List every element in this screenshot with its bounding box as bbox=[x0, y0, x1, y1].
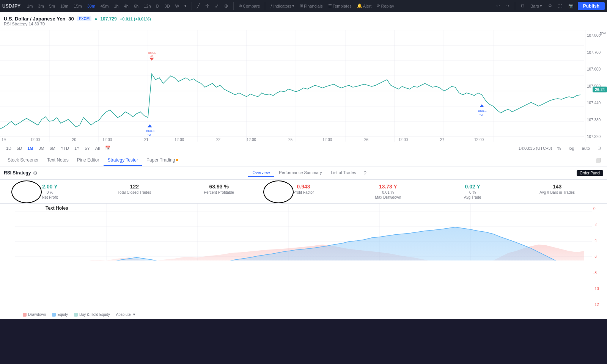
chart-title-row: U.S. Dollar / Japanese Yen 30 FXCM ● 107… bbox=[4, 16, 151, 22]
time-label-1200-3: 12:00 bbox=[175, 138, 184, 142]
tf-30m[interactable]: 30m bbox=[85, 3, 97, 9]
tab-pine-editor[interactable]: Pine Editor bbox=[73, 155, 103, 166]
buy-hold-color bbox=[74, 313, 78, 317]
indicators-btn[interactable]: ƒ Indicators ▾ bbox=[268, 3, 296, 9]
metric-total-trades: 122 Total Closed Trades bbox=[92, 184, 177, 195]
sell-signal-1 bbox=[149, 58, 154, 61]
undo-btn[interactable]: ↩ bbox=[494, 3, 502, 9]
time-label-25: 25 bbox=[288, 138, 292, 142]
tf-1h[interactable]: 1h bbox=[112, 3, 121, 9]
log-scale[interactable]: log bbox=[566, 145, 577, 152]
chart-price: 107.729 bbox=[100, 16, 116, 22]
fullscreen-btn[interactable]: ⛶ bbox=[556, 3, 564, 9]
legend-buy-hold: Buy & Hold Equity bbox=[74, 312, 110, 317]
chart-legend: Drawdown Equity Buy & Hold Equity Absolu… bbox=[0, 310, 607, 319]
tf-1m[interactable]: 1m bbox=[25, 3, 35, 9]
calendar-btn[interactable]: 📅 bbox=[103, 144, 113, 152]
metric-max-drawdown: 13.73 Y 0.01 % Max Drawdown bbox=[346, 184, 430, 199]
period-1d[interactable]: 1D bbox=[4, 145, 14, 152]
equity-color bbox=[52, 313, 56, 317]
top-toolbar: USDJPY 1m 3m 5m 10m 15m 30m 45m 1h 4h 6h… bbox=[0, 0, 607, 12]
equity-label: Equity bbox=[57, 312, 68, 317]
tf-5m[interactable]: 5m bbox=[47, 3, 57, 9]
plus-tool[interactable]: ⊕ bbox=[222, 2, 230, 9]
period-ytd[interactable]: YTD bbox=[58, 145, 71, 152]
percent-profitable-value: 63.93 % bbox=[177, 184, 261, 190]
bars-btn[interactable]: Bars ▾ bbox=[528, 3, 544, 9]
metric-profit-factor: 0.943 Profit Factor bbox=[261, 184, 346, 195]
avg-trade-value: 0.02 Y bbox=[430, 184, 515, 190]
tf-6h[interactable]: 6h bbox=[132, 3, 140, 9]
tab-text-notes[interactable]: Text Notes bbox=[43, 155, 72, 166]
panel-tabs: Stock Screener Text Notes Pine Editor St… bbox=[0, 154, 607, 166]
tf-12h[interactable]: 12h bbox=[142, 3, 153, 9]
screenshot-btn[interactable]: 📷 bbox=[566, 3, 576, 9]
strategy-tab-trades[interactable]: List of Trades bbox=[326, 169, 360, 177]
tf-4h[interactable]: 4h bbox=[122, 3, 131, 9]
legend-absolute: Absolute ▼ bbox=[116, 312, 136, 317]
svg-marker-36 bbox=[15, 227, 592, 260]
tab-paper-trading[interactable]: Paper Trading bbox=[143, 155, 182, 166]
auto-scale[interactable]: auto bbox=[580, 145, 592, 152]
tf-15m[interactable]: 15m bbox=[72, 3, 83, 9]
total-trades-value: 122 bbox=[92, 184, 177, 190]
time-label-1200-2: 12:00 bbox=[102, 138, 112, 142]
price-chart-svg: -2 RsiSE BUiLE +2 BUiLE +2 bbox=[0, 30, 584, 142]
tab-stock-screener[interactable]: Stock Screener bbox=[4, 155, 42, 166]
time-label-27: 27 bbox=[440, 138, 444, 142]
tf-3m[interactable]: 3m bbox=[36, 3, 46, 9]
avg-bars-value: 143 bbox=[515, 184, 599, 190]
chart-change: +0.011 (+0.01%) bbox=[120, 17, 151, 21]
panel-minimize[interactable]: — bbox=[582, 157, 590, 164]
period-6m[interactable]: 6M bbox=[47, 145, 58, 152]
tf-w[interactable]: W bbox=[173, 3, 181, 9]
line-tool[interactable]: ╱ bbox=[195, 2, 202, 9]
absolute-label: Absolute bbox=[116, 312, 131, 317]
profit-factor-label: Profit Factor bbox=[261, 190, 346, 195]
strategy-tab-overview[interactable]: Overview bbox=[248, 169, 275, 177]
period-5y[interactable]: 5Y bbox=[82, 145, 92, 152]
total-trades-label: Total Closed Trades bbox=[92, 190, 177, 195]
strategy-tab-performance[interactable]: Performance Summary bbox=[274, 169, 326, 177]
publish-button[interactable]: Publish bbox=[578, 2, 605, 10]
strategy-settings-icon[interactable]: ⚙ bbox=[33, 170, 38, 176]
price-scale: 107.800 107.700 107.600 107.500 107.440 … bbox=[585, 30, 607, 142]
time-label-1200-1: 12:00 bbox=[30, 138, 40, 142]
tab-strategy-tester[interactable]: Strategy Tester bbox=[104, 155, 142, 166]
current-price-badge: 26:24 bbox=[593, 86, 607, 92]
period-5d[interactable]: 5D bbox=[14, 145, 24, 152]
buy-signal-1 bbox=[148, 124, 152, 127]
layout-btn[interactable]: ⊟ bbox=[519, 3, 526, 9]
strategy-help-icon[interactable]: ? bbox=[364, 170, 366, 176]
max-drawdown-label: Max Drawdown bbox=[346, 195, 430, 199]
alert-btn[interactable]: 🔔 Alert bbox=[355, 3, 374, 9]
main-chart[interactable]: -2 RsiSE BUiLE +2 BUiLE +2 107.800 107.7… bbox=[0, 30, 607, 142]
panel-maximize[interactable]: ⬜ bbox=[593, 157, 603, 164]
tf-3d[interactable]: 3D bbox=[163, 3, 172, 9]
metric-avg-trade: 0.02 Y 0 % Avg Trade bbox=[430, 184, 515, 199]
avg-trade-sub: 0 % bbox=[430, 190, 515, 195]
period-1m[interactable]: 1M bbox=[25, 145, 35, 152]
fit-btn[interactable]: ⊡ bbox=[595, 144, 603, 152]
equity-chart: 8 6 4 2 0 -2 20 40 60 80 100 120 0 -2 -4… bbox=[0, 204, 607, 310]
measure-tool[interactable]: ⤢ bbox=[213, 2, 221, 9]
tf-expand[interactable]: ▾ bbox=[182, 3, 189, 9]
percent-scale[interactable]: % bbox=[555, 145, 563, 152]
tf-d[interactable]: D bbox=[154, 3, 161, 9]
datetime-display: 14:03:35 (UTC+3) bbox=[519, 146, 552, 151]
financials-btn[interactable]: ⊞ Financials bbox=[298, 3, 325, 9]
order-panel-badge: Order Panel bbox=[577, 170, 603, 176]
compare-btn[interactable]: ⊕ Compare bbox=[237, 3, 262, 9]
period-all[interactable]: All bbox=[93, 145, 102, 152]
crosshair-tool[interactable]: ✛ bbox=[203, 2, 211, 9]
period-1y[interactable]: 1Y bbox=[72, 145, 82, 152]
period-3m[interactable]: 3M bbox=[36, 145, 46, 152]
redo-btn[interactable]: ↪ bbox=[504, 3, 511, 9]
settings-btn[interactable]: ⚙ bbox=[546, 3, 554, 9]
tf-10m[interactable]: 10m bbox=[58, 3, 70, 9]
time-label-21: 21 bbox=[144, 138, 148, 142]
strategy-panel: RSI Strategy ⚙ Overview Performance Summ… bbox=[0, 166, 607, 319]
tf-45m[interactable]: 45m bbox=[99, 3, 110, 9]
templates-btn[interactable]: ☰ Templates bbox=[326, 3, 354, 9]
replay-btn[interactable]: ⟳ Replay bbox=[375, 3, 396, 9]
